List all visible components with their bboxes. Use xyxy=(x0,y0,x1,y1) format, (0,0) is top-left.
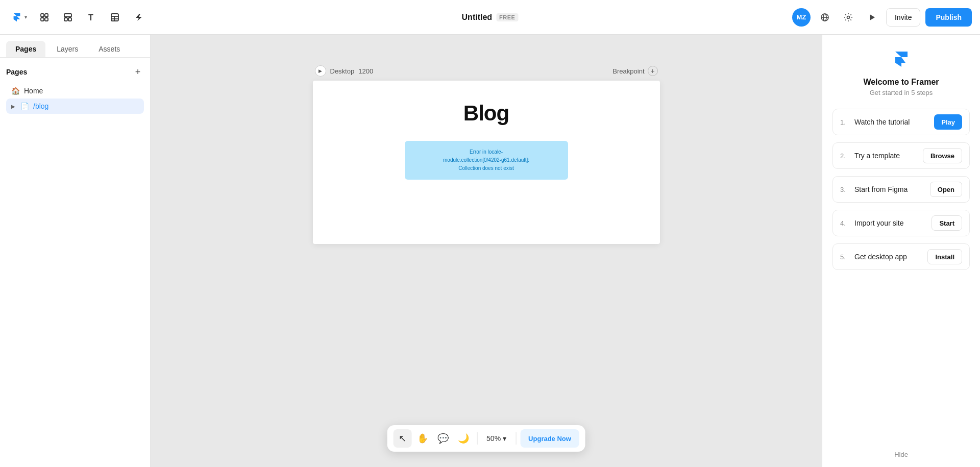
frame-title-group: ▶ Desktop 1200 xyxy=(315,65,374,77)
step-1-number: 1. xyxy=(840,118,849,126)
canvas-blog-title: Blog xyxy=(463,101,509,126)
canvas-frame-header: ▶ Desktop 1200 Breakpoint + xyxy=(313,65,660,81)
step-5-number: 5. xyxy=(840,253,849,261)
welcome-icon-wrapper xyxy=(832,49,970,69)
svg-rect-5 xyxy=(64,18,67,21)
zoom-value: 50% xyxy=(486,434,501,443)
add-page-button[interactable]: + xyxy=(132,66,144,78)
bolt-tool-button[interactable] xyxy=(129,8,148,27)
settings-icon-button[interactable] xyxy=(839,8,857,27)
canvas-error-box: Error in locale- module.collection[0/420… xyxy=(405,141,568,180)
canvas-frame-wrapper: ▶ Desktop 1200 Breakpoint + Blog Error i… xyxy=(313,65,660,244)
step-1-action-button[interactable]: Play xyxy=(934,114,962,130)
welcome-subtitle: Get started in 5 steps xyxy=(832,89,970,96)
page-item-blog[interactable]: ▶ 📄 /blog xyxy=(6,99,144,114)
step-5-action-button[interactable]: Install xyxy=(927,249,962,264)
svg-rect-4 xyxy=(64,14,71,17)
framer-logo-button[interactable]: ▾ xyxy=(8,10,30,25)
hide-button[interactable]: Hide xyxy=(894,451,908,458)
tab-pages[interactable]: Pages xyxy=(6,41,45,57)
topbar-center: Untitled FREE xyxy=(462,13,519,22)
frame-breakpoint: Breakpoint + xyxy=(612,66,657,76)
globe-icon-button[interactable] xyxy=(816,8,834,27)
home-page-icon: 🏠 xyxy=(11,87,20,95)
step-2-action-button[interactable]: Browse xyxy=(923,148,962,163)
blog-chevron-icon: ▶ xyxy=(11,104,15,109)
svg-text:T: T xyxy=(88,13,93,22)
panel-footer: Hide xyxy=(832,441,970,459)
main-layout: Pages Layers Assets Pages + 🏠 Home ▶ 📄 /… xyxy=(0,35,980,467)
svg-rect-8 xyxy=(111,14,118,21)
zoom-selector[interactable]: 50% ▾ xyxy=(481,432,511,445)
globe-icon xyxy=(820,13,829,22)
blog-page-label: /blog xyxy=(33,102,48,110)
user-avatar-button[interactable]: MZ xyxy=(792,8,811,27)
step-item-5: 5. Get desktop app Install xyxy=(832,243,970,270)
zoom-chevron-icon: ▾ xyxy=(503,434,506,443)
canvas-area: ▶ Desktop 1200 Breakpoint + Blog Error i… xyxy=(151,35,822,467)
tab-layers[interactable]: Layers xyxy=(47,41,87,57)
gear-icon xyxy=(844,13,853,22)
step-list: 1. Watch the tutorial Play 2. Try a temp… xyxy=(832,109,970,441)
tab-assets[interactable]: Assets xyxy=(89,41,129,57)
frame-width-label: 1200 xyxy=(358,67,373,75)
step-1-label: Watch the tutorial xyxy=(854,118,910,126)
svg-point-15 xyxy=(847,16,849,18)
canvas-content: Blog Error in locale- module.collection[… xyxy=(313,81,660,244)
svg-rect-3 xyxy=(45,18,48,21)
toolbar-divider xyxy=(477,432,477,445)
bottom-toolbar: ↖ ✋ 💬 🌙 50% ▾ Upgrade Now xyxy=(387,425,585,452)
welcome-title: Welcome to Framer xyxy=(832,78,970,87)
breakpoint-label: Breakpoint xyxy=(612,67,644,75)
pages-section-title: Pages xyxy=(6,68,27,76)
framer-logo-icon xyxy=(11,12,22,23)
step-5-label: Get desktop app xyxy=(854,253,907,261)
preview-play-button[interactable] xyxy=(863,8,881,27)
table-tool-button[interactable] xyxy=(106,8,124,27)
project-title: Untitled xyxy=(462,13,493,22)
hand-tool-button[interactable]: ✋ xyxy=(413,429,432,448)
svg-rect-1 xyxy=(45,14,48,17)
invite-button[interactable]: Invite xyxy=(886,8,920,27)
page-item-home[interactable]: 🏠 Home xyxy=(6,83,144,99)
welcome-framer-logo-icon xyxy=(891,49,912,69)
frame-preview-button[interactable]: ▶ xyxy=(315,65,326,77)
free-badge: FREE xyxy=(496,13,518,21)
add-tool-button[interactable] xyxy=(35,8,54,27)
step-item-1: 1. Watch the tutorial Play xyxy=(832,109,970,135)
text-tool-button[interactable]: T xyxy=(82,8,101,27)
step-1-left: 1. Watch the tutorial xyxy=(840,118,910,126)
upgrade-button[interactable]: Upgrade Now xyxy=(520,429,579,448)
panel-content: Pages + 🏠 Home ▶ 📄 /blog xyxy=(0,58,150,467)
step-4-action-button[interactable]: Start xyxy=(932,215,962,231)
layout-tool-button[interactable] xyxy=(59,8,77,27)
grid-icon xyxy=(63,13,72,22)
frame-desktop-label: Desktop xyxy=(330,67,355,75)
publish-button[interactable]: Publish xyxy=(925,8,972,27)
topbar: ▾ T Untitled FREE MZ Invite xyxy=(0,0,980,35)
step-3-left: 3. Start from Figma xyxy=(840,185,908,193)
step-2-number: 2. xyxy=(840,152,849,160)
step-5-left: 5. Get desktop app xyxy=(840,253,907,261)
step-3-action-button[interactable]: Open xyxy=(930,182,962,197)
svg-rect-6 xyxy=(68,18,71,21)
step-2-left: 2. Try a template xyxy=(840,152,900,160)
step-4-number: 4. xyxy=(840,219,849,227)
error-line-2: module.collection[0/4202-g61.default]: xyxy=(415,156,558,164)
blog-page-icon: 📄 xyxy=(20,102,29,110)
darkmode-tool-button[interactable]: 🌙 xyxy=(454,429,473,448)
left-panel: Pages Layers Assets Pages + 🏠 Home ▶ 📄 /… xyxy=(0,35,151,467)
step-item-2: 2. Try a template Browse xyxy=(832,142,970,169)
step-item-3: 3. Start from Figma Open xyxy=(832,176,970,203)
plus-icon xyxy=(40,13,49,22)
toolbar-divider-2 xyxy=(516,432,516,445)
logo-chevron-icon: ▾ xyxy=(24,14,27,20)
breakpoint-add-button[interactable]: + xyxy=(648,66,658,76)
step-2-label: Try a template xyxy=(854,152,900,160)
comment-tool-button[interactable]: 💬 xyxy=(434,429,452,448)
step-4-left: 4. Import your site xyxy=(840,219,903,227)
pages-section-header: Pages + xyxy=(6,66,144,78)
select-tool-button[interactable]: ↖ xyxy=(393,429,411,448)
error-line-1: Error in locale- xyxy=(415,148,558,156)
error-line-3: Collection does not exist xyxy=(415,164,558,173)
